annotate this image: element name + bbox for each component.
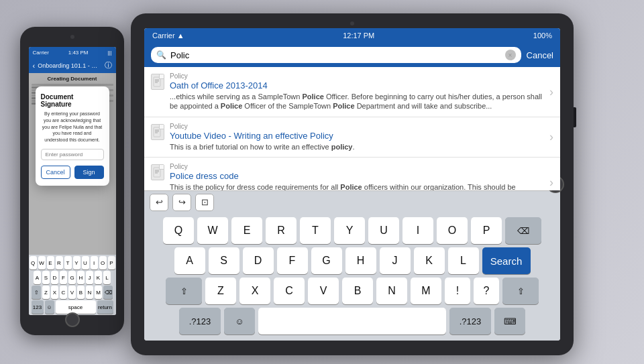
iphone-carrier: Carrier bbox=[33, 50, 49, 56]
undo-button[interactable]: ↩ bbox=[150, 194, 168, 211]
iphone-key-i[interactable]: I bbox=[91, 256, 98, 269]
key-f[interactable]: F bbox=[277, 247, 308, 274]
iphone-key-d[interactable]: D bbox=[51, 271, 58, 284]
iphone-time: 1:43 PM bbox=[68, 50, 89, 56]
iphone-home-button[interactable] bbox=[65, 312, 80, 327]
iphone-camera bbox=[70, 35, 74, 39]
modal-sign-button[interactable]: Sign bbox=[74, 166, 104, 179]
iphone-key-y[interactable]: Y bbox=[73, 256, 80, 269]
emoji-key[interactable]: ☺ bbox=[224, 308, 255, 335]
redo-button[interactable]: ↪ bbox=[172, 194, 191, 211]
result-item-1[interactable]: Policy Oath of Office 2013-2014 ...ethic… bbox=[144, 67, 560, 117]
ipad-search-bar: 🔍 × Cancel bbox=[144, 43, 560, 67]
iphone-key-return[interactable]: return bbox=[97, 300, 113, 314]
iphone-key-r[interactable]: R bbox=[56, 256, 63, 269]
search-key[interactable]: Search bbox=[482, 247, 531, 274]
iphone-key-w[interactable]: W bbox=[38, 256, 46, 269]
key-z[interactable]: Z bbox=[205, 278, 236, 304]
iphone-content: Creating Document Document Signature By … bbox=[29, 73, 116, 255]
key-l[interactable]: L bbox=[448, 247, 479, 274]
key-p[interactable]: P bbox=[471, 217, 502, 244]
key-q[interactable]: Q bbox=[163, 217, 194, 244]
iphone-kb-row-4: 123 ☺ space return bbox=[30, 300, 115, 314]
iphone-key-a[interactable]: A bbox=[34, 271, 41, 284]
modal-cancel-button[interactable]: Cancel bbox=[41, 166, 70, 179]
iphone-key-l[interactable]: L bbox=[103, 271, 111, 284]
backspace-key[interactable]: ⌫ bbox=[505, 217, 541, 244]
iphone-key-emoji[interactable]: ☺ bbox=[45, 300, 54, 314]
key-x[interactable]: X bbox=[239, 278, 270, 304]
iphone-key-k[interactable]: K bbox=[95, 271, 102, 284]
key-e[interactable]: E bbox=[231, 217, 262, 244]
key-g[interactable]: G bbox=[311, 247, 342, 274]
ipad-side-button[interactable] bbox=[574, 107, 576, 127]
key-a[interactable]: A bbox=[174, 247, 205, 274]
iphone-key-q[interactable]: Q bbox=[30, 256, 37, 269]
key-exclamation[interactable]: ! bbox=[445, 278, 470, 304]
doc-icon bbox=[151, 124, 164, 140]
key-t[interactable]: T bbox=[300, 217, 331, 244]
iphone-key-u[interactable]: U bbox=[82, 256, 89, 269]
search-clear-button[interactable]: × bbox=[505, 50, 516, 60]
key-o[interactable]: O bbox=[437, 217, 468, 244]
key-w[interactable]: W bbox=[197, 217, 228, 244]
numbers-key-left[interactable]: .?123 bbox=[179, 308, 221, 335]
result-snippet-3: This is the policy for dress code requir… bbox=[170, 182, 542, 190]
iphone-key-g[interactable]: G bbox=[68, 271, 76, 284]
iphone-key-n[interactable]: N bbox=[86, 286, 93, 299]
scene: Carrier 1:43 PM ||| ‹ Onboarding 101.1 -… bbox=[0, 0, 644, 364]
search-input[interactable] bbox=[170, 50, 501, 60]
key-r[interactable]: R bbox=[266, 217, 297, 244]
key-question[interactable]: ? bbox=[474, 278, 499, 304]
key-v[interactable]: V bbox=[308, 278, 339, 304]
result-category-3: Policy bbox=[170, 163, 542, 170]
key-h[interactable]: H bbox=[345, 247, 376, 274]
key-s[interactable]: S bbox=[209, 247, 239, 274]
wifi-icon: ▲ bbox=[177, 32, 184, 40]
key-u[interactable]: U bbox=[368, 217, 399, 244]
iphone-key-e[interactable]: E bbox=[47, 256, 54, 269]
iphone-key-f[interactable]: F bbox=[60, 271, 67, 284]
iphone-key-o[interactable]: O bbox=[99, 256, 107, 269]
key-j[interactable]: J bbox=[380, 247, 411, 274]
iphone-key-j[interactable]: J bbox=[86, 271, 93, 284]
iphone-key-shift[interactable]: ⇧ bbox=[32, 286, 41, 299]
iphone-key-123[interactable]: 123 bbox=[32, 300, 44, 314]
iphone-key-b[interactable]: B bbox=[77, 286, 85, 299]
key-d[interactable]: D bbox=[243, 247, 274, 274]
shift-key-right[interactable]: ⇧ bbox=[502, 278, 539, 304]
modal-password-input[interactable] bbox=[41, 149, 104, 160]
iphone-key-space[interactable]: space bbox=[56, 300, 96, 314]
iphone-key-m[interactable]: M bbox=[95, 286, 102, 299]
kb-row-1: Q W E R T Y U I O P ⌫ bbox=[147, 217, 557, 244]
shift-key-left[interactable]: ⇧ bbox=[166, 278, 202, 304]
key-y[interactable]: Y bbox=[334, 217, 365, 244]
iphone-back-button[interactable]: ‹ bbox=[33, 62, 36, 70]
key-k[interactable]: K bbox=[414, 247, 445, 274]
key-i[interactable]: I bbox=[402, 217, 433, 244]
numbers-key-right[interactable]: .?123 bbox=[449, 308, 491, 335]
paste-button[interactable]: ⊡ bbox=[195, 194, 214, 211]
key-m[interactable]: M bbox=[411, 278, 441, 304]
iphone-key-s[interactable]: S bbox=[42, 271, 50, 284]
kb-row-3: ⇧ Z X C V B N M ! ? ⇧ bbox=[147, 278, 557, 304]
result-title-3: Police dress code bbox=[170, 171, 542, 181]
search-cancel-button[interactable]: Cancel bbox=[527, 50, 553, 60]
iphone-key-c[interactable]: C bbox=[60, 286, 67, 299]
space-key[interactable] bbox=[258, 308, 446, 335]
iphone-key-p[interactable]: P bbox=[108, 256, 115, 269]
iphone-info-button[interactable]: ⓘ bbox=[105, 60, 112, 70]
iphone-key-t[interactable]: T bbox=[64, 256, 72, 269]
iphone-key-z[interactable]: Z bbox=[42, 286, 50, 299]
iphone-key-backspace[interactable]: ⌫ bbox=[103, 286, 113, 299]
key-n[interactable]: N bbox=[376, 278, 407, 304]
key-c[interactable]: C bbox=[274, 278, 305, 304]
result-item-3[interactable]: Policy Police dress code This is the pol… bbox=[144, 158, 560, 190]
svg-rect-8 bbox=[154, 168, 160, 177]
keyboard-switch-key[interactable]: ⌨ bbox=[494, 308, 525, 335]
result-item-2[interactable]: Policy Youtube Video - Writing an effect… bbox=[144, 117, 560, 158]
iphone-key-x[interactable]: X bbox=[51, 286, 58, 299]
key-b[interactable]: B bbox=[342, 278, 373, 304]
iphone-key-v[interactable]: V bbox=[68, 286, 76, 299]
iphone-key-h[interactable]: H bbox=[77, 271, 85, 284]
